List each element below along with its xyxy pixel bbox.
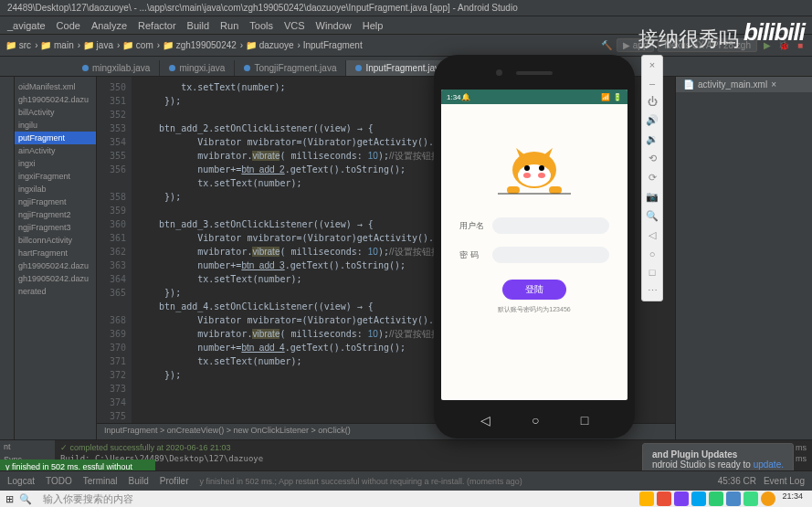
volume-up-icon[interactable]: 🔊 [646, 114, 659, 126]
task-icon[interactable] [743, 491, 758, 506]
rotate-right-icon[interactable]: ⟳ [649, 172, 657, 184]
stop-icon[interactable]: ■ [794, 39, 807, 52]
android-statusbar: 1:34 🔔 📶🔋 [441, 90, 627, 104]
svg-rect-6 [507, 186, 520, 194]
tray-icon[interactable] [761, 491, 775, 506]
svg-point-2 [524, 165, 530, 171]
menu-item[interactable]: Build [187, 20, 209, 31]
back-icon[interactable]: ◁ [480, 413, 490, 428]
svg-rect-7 [549, 186, 562, 194]
menu-item[interactable]: VCS [284, 20, 305, 31]
menu-item[interactable]: Window [316, 20, 352, 31]
task-icon[interactable] [657, 491, 671, 506]
status-tab[interactable]: Build [129, 476, 149, 486]
login-hint: 默认账号密码均为123456 [459, 305, 609, 314]
menu-item[interactable]: Tools [249, 20, 273, 31]
editor-tab[interactable]: mingxi.java [160, 60, 235, 76]
taskbar: ⊞ 🔍 输入你要搜索的内容 21:34 [0, 491, 812, 507]
left-gutter [0, 77, 15, 439]
status-tab[interactable]: Logcat [7, 476, 35, 486]
svg-point-3 [539, 165, 544, 171]
camera-icon[interactable]: 📷 [646, 191, 659, 203]
login-button[interactable]: 登陆 [502, 280, 566, 300]
username-label: 用户名 [459, 220, 485, 232]
project-tree[interactable]: oidManifest.xmlgh199050242.dazubillActiv… [15, 77, 97, 439]
close-icon[interactable]: × [649, 59, 655, 70]
search-icon[interactable]: 🔍 [19, 493, 32, 505]
username-input[interactable] [492, 217, 609, 234]
update-link[interactable]: update. [754, 459, 784, 470]
task-icon[interactable] [691, 491, 706, 506]
line-gutter: 3503513523533543553563583593603613623633… [97, 77, 132, 423]
run-icon[interactable]: ▶ [761, 39, 774, 52]
status-tab[interactable]: Profiler [160, 476, 189, 486]
status-bar: Logcat TODO Terminal Build Profiler y fi… [0, 470, 812, 491]
back-icon[interactable]: ◁ [649, 229, 656, 241]
home-icon[interactable]: ○ [649, 248, 656, 259]
right-tab[interactable]: 📄 activity_main.xml × [676, 77, 812, 92]
search-input[interactable]: 输入你要搜索的内容 [37, 492, 637, 506]
emulator-screen[interactable]: 1:34 🔔 📶🔋 用户名 密 码 登陆 默认账号密码均为123 [441, 90, 627, 400]
password-label: 密 码 [459, 249, 485, 261]
task-icon[interactable] [726, 491, 741, 506]
build-icon[interactable]: 🔨 [600, 39, 613, 52]
home-icon[interactable]: ○ [532, 413, 539, 428]
power-icon[interactable]: ⏻ [648, 96, 658, 107]
menu-item[interactable]: _avigate [7, 20, 46, 31]
run-config-dropdown[interactable]: ▶ app [617, 38, 654, 52]
menu-item[interactable]: Run [220, 20, 238, 31]
device-dropdown[interactable]: Nexus 5X API 28 zgh [658, 38, 757, 52]
volume-down-icon[interactable]: 🔉 [646, 133, 659, 145]
task-icon[interactable] [709, 491, 723, 506]
svg-point-5 [538, 173, 545, 178]
editor-tab[interactable]: TongjiFragment.java [235, 60, 346, 76]
task-icon[interactable] [674, 491, 689, 506]
more-icon[interactable]: ⋯ [648, 285, 658, 297]
menu-item[interactable]: Refactor [138, 20, 176, 31]
event-log[interactable]: Event Log [764, 476, 805, 486]
menu-item[interactable]: Analyze [91, 20, 127, 31]
recent-icon[interactable]: □ [649, 267, 656, 278]
status-tab[interactable]: Terminal [83, 476, 118, 486]
toolbar: 📁 src› 📁 main› 📁 java› 📁 com› 📁 zgh19905… [0, 35, 812, 57]
svg-point-1 [518, 164, 551, 186]
windows-icon[interactable]: ⊞ [5, 493, 14, 505]
menu-item[interactable]: Code [57, 20, 80, 31]
menu-bar: _avigate Code Analyze Refactor Build Run… [0, 16, 812, 35]
emulator-device: 1:34 🔔 📶🔋 用户名 密 码 登陆 默认账号密码均为123 [434, 55, 635, 438]
recent-icon[interactable]: □ [581, 413, 588, 428]
mascot-image [441, 104, 627, 195]
status-tab[interactable]: TODO [46, 476, 72, 486]
right-panel: 📄 activity_main.xml × [675, 77, 812, 439]
rotate-left-icon[interactable]: ⟲ [649, 153, 657, 164]
editor-tab[interactable]: mingxilab.java [73, 60, 160, 76]
task-icon[interactable] [639, 491, 654, 506]
emulator-toolbar: × – ⏻ 🔊 🔉 ⟲ ⟳ 📷 🔍 ◁ ○ □ ⋯ [641, 55, 663, 301]
editor-tabs: mingxilab.java mingxi.java TongjiFragmen… [0, 57, 812, 77]
minimize-icon[interactable]: – [649, 78, 655, 89]
password-input[interactable] [492, 247, 609, 263]
window-title: 24489\Desktop\127\daozuoye\ - ...\app\sr… [0, 0, 812, 16]
clock: 21:34 [778, 491, 807, 506]
debug-icon[interactable]: 🐞 [777, 39, 790, 52]
android-navbar: ◁ ○ □ [434, 413, 635, 428]
svg-point-4 [523, 173, 531, 178]
zoom-icon[interactable]: 🔍 [646, 210, 659, 222]
menu-item[interactable]: Help [363, 20, 384, 31]
breadcrumb: 📁 src› 📁 main› 📁 java› 📁 com› 📁 zgh19905… [5, 40, 366, 50]
